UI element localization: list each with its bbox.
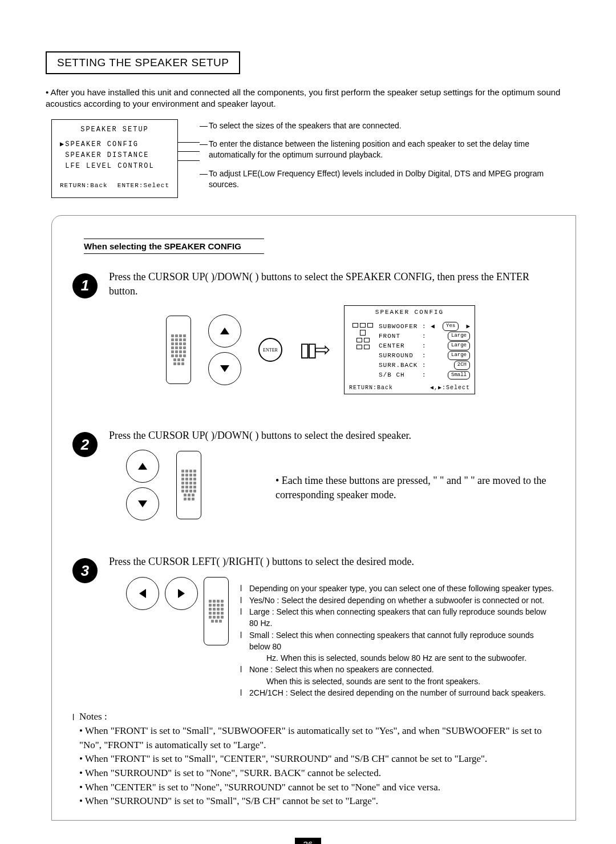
osd2-title: SPEAKER CONFIG — [345, 306, 475, 319]
osd1-foot-right: ENTER:Select — [117, 182, 169, 189]
remote-icon — [176, 451, 201, 519]
cursor-left-icon — [126, 577, 159, 610]
step-1-text: Press the CURSOR UP( )/DOWN( ) buttons t… — [109, 270, 555, 298]
speaker-layout-icon — [349, 323, 376, 380]
note-1: • When "FRONT" is set to "Small", "CENTE… — [72, 752, 555, 766]
step-3: 3 Press the CURSOR LEFT( )/RIGHT( ) butt… — [72, 555, 555, 698]
osd1-row3: LFE LEVEL CONTROL — [60, 161, 169, 172]
osd2-r3-label: SURROUND — [379, 352, 414, 359]
step-2-number: 2 — [72, 432, 98, 457]
osd1-row1: ▶SPEAKER CONFIG — [60, 139, 169, 150]
exp-3: Small : Select this when connecting spea… — [240, 629, 555, 653]
osd2-r2-label: CENTER — [379, 342, 405, 349]
step-2-note: • Each time these buttons are pressed, "… — [275, 474, 555, 502]
desc-speaker-distance: To enter the distance between the listen… — [200, 139, 576, 160]
step-3-text: Press the CURSOR LEFT( )/RIGHT( ) button… — [109, 555, 555, 569]
exp-0: Depending on your speaker type, you can … — [240, 583, 555, 594]
note-2: • When "SURROUND" is set to "None", "SUR… — [72, 766, 555, 781]
note-3: • When "CENTER" is set to "None", "SURRO… — [72, 781, 555, 795]
menu-descriptions: To select the sizes of the speakers that… — [200, 119, 576, 198]
cursor-right-icon — [165, 577, 198, 610]
exp-3-sub: Hz. When this is selected, sounds below … — [240, 652, 555, 664]
cursor-down-icon — [208, 352, 241, 385]
cursor-up-icon — [126, 450, 159, 483]
sub-heading: When selecting the SPEAKER CONFIG — [84, 239, 264, 254]
osd1-title: SPEAKER SETUP — [60, 126, 169, 134]
step-1-number: 1 — [72, 273, 98, 298]
flow-arrow-icon: ▯▯⇨ — [299, 336, 327, 364]
step-3-number: 3 — [72, 558, 98, 583]
exp-5: 2CH/1CH : Select the desired depending o… — [240, 687, 555, 698]
osd2-r1-val: Large — [448, 332, 470, 341]
cursor-down-icon — [126, 487, 159, 520]
desc-lfe: To adjust LFE(Low Frequency Effect) leve… — [200, 168, 576, 190]
osd1-row2: SPEAKER DISTANCE — [60, 150, 169, 161]
osd2-r0-val: Yes — [443, 322, 459, 331]
notes-section: Notes : • When "FRONT' is set to "Small"… — [72, 710, 555, 808]
exp-4: None : Select this when no speakers are … — [240, 664, 555, 675]
desc-speaker-config: To select the sizes of the speakers that… — [200, 120, 576, 131]
notes-heading: Notes : — [72, 710, 555, 724]
osd2-foot-left: RETURN:Back — [349, 384, 393, 392]
intro-text: • After you have installed this unit and… — [40, 87, 576, 110]
osd2-r3-val: Large — [448, 351, 470, 360]
menu-diagram: SPEAKER SETUP ▶SPEAKER CONFIG SPEAKER DI… — [51, 119, 576, 198]
step-1: 1 Press the CURSOR UP( )/DOWN( ) buttons… — [72, 270, 555, 394]
page-number: 36 — [295, 838, 321, 844]
enter-button-icon: ENTER — [258, 338, 282, 362]
mode-explanations: Depending on your speaker type, you can … — [240, 583, 555, 698]
osd1-foot-left: RETURN:Back — [60, 182, 108, 189]
page-title: SETTING THE SPEAKER SETUP — [46, 51, 240, 74]
osd2-r5-val: Small — [448, 371, 470, 380]
cursor-up-icon — [208, 314, 241, 348]
osd2-r4-val: 2CH — [454, 361, 470, 370]
subsection-speaker-config: When selecting the SPEAKER CONFIG 1 Pres… — [51, 215, 576, 821]
osd-speaker-setup: SPEAKER SETUP ▶SPEAKER CONFIG SPEAKER DI… — [51, 119, 178, 198]
exp-2: Large : Select this when connecting spea… — [240, 606, 555, 629]
osd2-r4-label: SURR.BACK — [379, 362, 418, 369]
note-0: • When "FRONT' is set to "Small", "SUBWO… — [72, 724, 555, 752]
remote-icon — [166, 316, 191, 384]
osd2-r2-val: Large — [448, 341, 470, 350]
osd-speaker-config: SPEAKER CONFIG SUBWOOFER : ◀Yes▶ — [344, 305, 475, 394]
intro-content: After you have installed this unit and c… — [46, 87, 560, 108]
osd2-r5-label: S/B CH — [379, 371, 405, 378]
osd2-r0-label: SUBWOOFER — [379, 323, 418, 330]
connector-lines — [178, 119, 200, 198]
note-4: • When "SURROUND" is set to "Small", "S/… — [72, 794, 555, 809]
exp-1: Yes/No : Select the desired depending on… — [240, 595, 555, 606]
osd2-foot-right: ◀,▶:Select — [430, 384, 470, 392]
step-2-text: Press the CURSOR UP( )/DOWN( ) buttons t… — [109, 429, 555, 443]
osd2-r1-label: FRONT — [379, 333, 400, 340]
exp-4-sub: When this is selected, sounds are sent t… — [240, 676, 555, 687]
step-2: 2 Press the CURSOR UP( )/DOWN( ) buttons… — [72, 429, 555, 520]
remote-icon — [204, 577, 229, 645]
